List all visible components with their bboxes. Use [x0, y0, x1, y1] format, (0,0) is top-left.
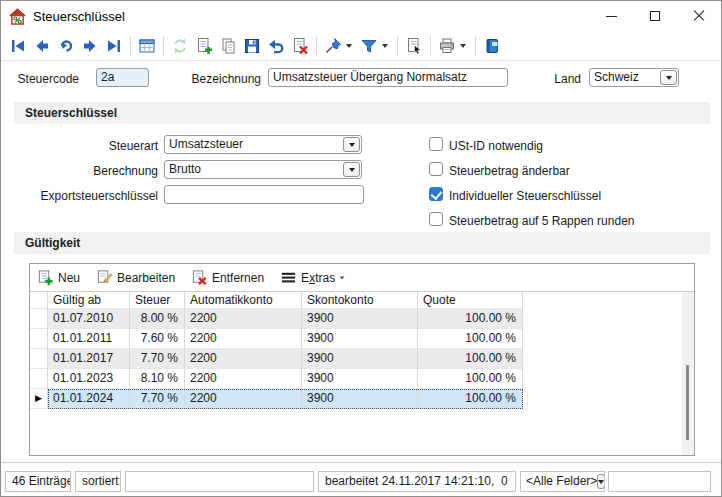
gueltigkeit-panel: Neu Bearbeiten Entfernen Extras Gültig a…: [29, 263, 695, 456]
steuerart-combobox[interactable]: Umsatzsteuer: [164, 135, 362, 154]
steuercode-input[interactable]: 2a: [96, 68, 149, 87]
column-header-skontokonto[interactable]: Skontokonto: [302, 292, 418, 309]
refresh-record-button[interactable]: [54, 34, 78, 58]
assign-button[interactable]: [402, 34, 426, 58]
cell-gueltig-ab: 01.01.2024: [48, 389, 130, 409]
copy-button[interactable]: [216, 34, 240, 58]
table-view-button[interactable]: [135, 34, 159, 58]
entries-count: 46 Einträge: [5, 471, 71, 492]
cell-steuer: 7.70 %: [130, 389, 185, 409]
table-row[interactable]: 01.01.2023 8.10 % 2200 3900 100.00 %: [30, 369, 684, 389]
row-selector[interactable]: [30, 329, 48, 349]
refresh-button[interactable]: [168, 34, 192, 58]
chevron-down-icon: [598, 480, 604, 484]
cell-automatikkonto: 2200: [185, 389, 302, 409]
close-button[interactable]: [677, 1, 721, 31]
nav-first-button[interactable]: [6, 34, 30, 58]
steuerart-value: Umsatzsteuer: [165, 136, 343, 153]
toolbar-separator: [475, 36, 476, 56]
cell-automatikkonto: 2200: [185, 349, 302, 369]
filter-icon: [360, 37, 378, 55]
field-filter-combobox[interactable]: <Alle Felder>: [520, 471, 605, 492]
sorted-status: sortiert:: [75, 471, 121, 492]
gueltigkeit-toolbar: Neu Bearbeiten Entfernen Extras: [30, 264, 694, 292]
save-icon: [243, 37, 261, 55]
land-value: Schweiz: [590, 69, 660, 86]
row-selector[interactable]: ▶: [30, 389, 48, 409]
cell-gueltig-ab: 01.01.2017: [48, 349, 130, 369]
refresh-icon: [171, 37, 189, 55]
field-filter-dropdown-button[interactable]: [597, 474, 605, 489]
journal-icon: [483, 37, 501, 55]
cell-automatikkonto: 2200: [185, 369, 302, 389]
maximize-button[interactable]: [633, 1, 677, 31]
rappen-runden-checkbox[interactable]: [429, 212, 443, 226]
steuerart-dropdown-button[interactable]: [343, 137, 360, 152]
print-dropdown-arrow[interactable]: [460, 44, 466, 48]
berechnung-value: Brutto: [165, 161, 343, 178]
berechnung-dropdown-button[interactable]: [343, 162, 360, 177]
table-row[interactable]: 01.01.2017 7.70 % 2200 3900 100.00 %: [30, 349, 684, 369]
column-header-steuer[interactable]: Steuer: [130, 292, 185, 309]
print-button[interactable]: [435, 34, 459, 58]
pin-icon: [324, 37, 342, 55]
cell-steuer: 7.60 %: [130, 329, 185, 349]
new-icon: [37, 269, 54, 286]
steuerschluessel-window: Steuerschlüssel Steu: [0, 0, 722, 497]
steuerbetrag-aenderbar-checkbox[interactable]: [429, 162, 443, 176]
steuerbetrag-aenderbar-checkbox-label: Steuerbetrag änderbar: [449, 163, 689, 179]
extras-dropdown-arrow: [340, 276, 345, 279]
journal-button[interactable]: [480, 34, 504, 58]
save-button[interactable]: [240, 34, 264, 58]
toolbar-separator: [163, 36, 164, 56]
row-selector[interactable]: [30, 309, 48, 329]
bearbeiten-button[interactable]: Bearbeiten: [96, 269, 175, 286]
filter-dropdown-arrow[interactable]: [382, 44, 388, 48]
bezeichnung-input[interactable]: Umsatzsteuer Übergang Normalsatz: [268, 68, 508, 87]
nav-next-button[interactable]: [78, 34, 102, 58]
cell-skontokonto: 3900: [302, 329, 418, 349]
exportsteuerschluessel-input[interactable]: [164, 185, 364, 204]
table-row[interactable]: 01.07.2010 8.00 % 2200 3900 100.00 %: [30, 309, 684, 329]
land-combobox[interactable]: Schweiz: [589, 68, 679, 87]
column-header-quote[interactable]: Quote: [418, 292, 523, 309]
delete-record-icon: [291, 37, 309, 55]
assign-icon: [405, 37, 423, 55]
nav-last-button[interactable]: [102, 34, 126, 58]
new-record-button[interactable]: [192, 34, 216, 58]
scrollbar-thumb[interactable]: [686, 365, 689, 440]
column-header-automatikkonto[interactable]: Automatikkonto: [185, 292, 302, 309]
table-row-selected[interactable]: ▶ 01.01.2024 7.70 % 2200 3900 100.00 %: [30, 389, 684, 409]
entfernen-button[interactable]: Entfernen: [191, 269, 264, 286]
quick-search-input[interactable]: [608, 471, 711, 492]
delete-record-button[interactable]: [288, 34, 312, 58]
ust-id-checkbox[interactable]: [429, 137, 443, 151]
nav-previous-button[interactable]: [30, 34, 54, 58]
pin-button[interactable]: [321, 34, 345, 58]
row-selector[interactable]: [30, 369, 48, 389]
minimize-button[interactable]: [589, 1, 633, 31]
undo-button[interactable]: [264, 34, 288, 58]
extras-button[interactable]: Extras: [280, 269, 350, 286]
individueller-steuerschluessel-checkbox[interactable]: [429, 187, 443, 201]
cell-quote: 100.00 %: [418, 369, 523, 389]
nav-last-icon: [105, 37, 123, 55]
maximize-icon: [650, 11, 660, 21]
vertical-scrollbar[interactable]: [682, 292, 694, 455]
window-title: Steuerschlüssel: [33, 9, 125, 24]
land-dropdown-button[interactable]: [660, 70, 677, 85]
selector-column-header: [30, 292, 48, 309]
cell-automatikkonto: 2200: [185, 309, 302, 329]
table-row[interactable]: 01.01.2011 7.60 % 2200 3900 100.00 %: [30, 329, 684, 349]
column-header-gueltig-ab[interactable]: Gültig ab: [48, 292, 130, 309]
berechnung-label: Berechnung: [11, 163, 158, 179]
cell-quote: 100.00 %: [418, 329, 523, 349]
steuerart-label: Steuerart: [11, 138, 158, 154]
neu-button[interactable]: Neu: [37, 269, 80, 286]
row-selector[interactable]: [30, 349, 48, 369]
pin-dropdown-arrow[interactable]: [346, 44, 352, 48]
filter-button[interactable]: [357, 34, 381, 58]
berechnung-combobox[interactable]: Brutto: [164, 160, 362, 179]
rappen-runden-checkbox-label: Steuerbetrag auf 5 Rappen runden: [449, 213, 689, 229]
chevron-down-icon: [666, 76, 672, 80]
